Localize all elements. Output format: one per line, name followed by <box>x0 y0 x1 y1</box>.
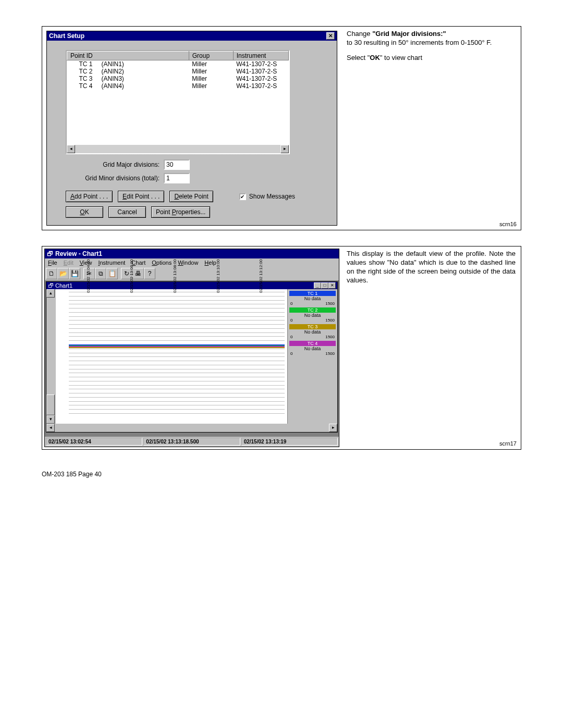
chart-window-title: Chart1 <box>55 282 72 289</box>
hscroll-left-icon[interactable]: ◂ <box>46 424 55 432</box>
legend-scale: 01500 <box>289 318 336 323</box>
legend-header[interactable]: TC 4 <box>289 341 336 346</box>
delete-point-button[interactable]: Delete Point <box>169 191 213 202</box>
screenshot-review: 🗗 Review - Chart1 File Edit View Instrum… <box>42 246 341 449</box>
menu-instrument[interactable]: Instrument <box>98 260 125 266</box>
side1-line2: to 30 resulting in 50° increments from 0… <box>347 39 516 47</box>
button-row-2: OK Cancel Point Properties... <box>66 206 322 218</box>
add-point-button[interactable]: Add Point . . . <box>66 191 113 202</box>
table-row[interactable]: TC 1(ANIN1) Miller W41-1307-2-S <box>67 60 289 68</box>
grid-major-input[interactable] <box>164 159 190 170</box>
legend-nodata: No data <box>289 313 336 318</box>
maximize-icon[interactable]: □ <box>321 282 328 289</box>
tool-print-icon[interactable]: 🖶 <box>132 268 144 279</box>
legend-nodata: No data <box>289 296 336 301</box>
status-bar: 02/15/02 13:02:54 02/15/02 13:13:18.500 … <box>45 437 339 447</box>
close-icon[interactable]: ✕ <box>328 282 336 289</box>
chart-legend: TC 1No data01500TC 2No data01500TC 3No d… <box>288 289 337 424</box>
side-text-1: Change "Grid Major divisions:" to 30 res… <box>341 27 521 230</box>
status-cell: 02/15/02 13:13:18.500 <box>143 438 240 446</box>
side2-paragraph: This display is the default view of the … <box>347 250 516 285</box>
tool-open-icon[interactable]: 📂 <box>57 268 69 279</box>
page-footer: OM-203 185 Page 40 <box>42 471 521 478</box>
hscroll-track[interactable] <box>55 424 329 432</box>
cancel-button[interactable]: Cancel <box>108 206 146 218</box>
menu-file[interactable]: File <box>48 260 57 266</box>
screenshot-id: scrn17 <box>499 440 517 447</box>
table-header: Point ID Group Instrument <box>67 52 289 60</box>
checkbox-icon: ✔ <box>239 193 246 200</box>
tool-help-icon[interactable]: ? <box>144 268 155 279</box>
block-review: 🗗 Review - Chart1 File Edit View Instrum… <box>42 246 521 450</box>
chart-plot[interactable]: 02/15/02 13:04:0002/15/02 13:06:0002/15/… <box>56 289 288 424</box>
legend-scale: 01500 <box>289 301 336 306</box>
legend-nodata: No data <box>289 329 336 335</box>
legend-scale: 01500 <box>289 335 336 339</box>
grid-minor-row: Grid Minor divisions (total): <box>81 173 322 183</box>
screenshot-chart-setup: Chart Setup ✕ Point ID Group Instrument … <box>42 27 341 230</box>
scroll-left-icon[interactable]: ◂ <box>67 145 75 153</box>
side1-line3: Select "OK" to view chart <box>347 54 516 63</box>
legend-nodata: No data <box>289 346 336 351</box>
col-group[interactable]: Group <box>189 52 233 60</box>
hscroll-right-icon[interactable]: ▸ <box>329 424 337 432</box>
chart-setup-dialog: Chart Setup ✕ Point ID Group Instrument … <box>46 31 337 226</box>
grid-minor-input[interactable] <box>164 173 190 183</box>
point-table: Point ID Group Instrument TC 1(ANIN1) Mi… <box>67 51 289 90</box>
dialog-title: Chart Setup <box>49 32 84 40</box>
ok-button[interactable]: OK <box>66 206 103 218</box>
col-instrument[interactable]: Instrument <box>233 52 288 60</box>
grid-major-label: Grid Major divisions: <box>81 161 160 168</box>
grid-minor-label: Grid Minor divisions (total): <box>81 175 160 182</box>
plot-grid: 02/15/02 13:04:0002/15/02 13:06:0002/15/… <box>69 292 285 413</box>
minimize-icon[interactable]: _ <box>314 282 321 289</box>
tool-paste-icon[interactable]: 📋 <box>106 268 118 279</box>
edit-point-button[interactable]: Edit Point . . . <box>118 191 164 202</box>
menu-help[interactable]: Help <box>204 260 216 266</box>
tool-save-icon[interactable]: 💾 <box>69 268 80 279</box>
menu-edit[interactable]: Edit <box>64 260 74 266</box>
dialog-body: Point ID Group Instrument TC 1(ANIN1) Mi… <box>47 41 337 225</box>
vscroll-down-icon[interactable]: ▾ <box>46 415 55 424</box>
close-icon[interactable]: ✕ <box>326 32 335 40</box>
button-row-1: Add Point . . . Edit Point . . . Delete … <box>66 191 322 202</box>
table-row[interactable]: TC 3(ANIN3) Miller W41-1307-2-S <box>67 75 289 82</box>
show-messages-label: Show Messages <box>249 193 295 200</box>
table-row[interactable]: TC 2(ANIN2) Miller W41-1307-2-S <box>67 68 289 75</box>
status-cell: 02/15/02 13:02:54 <box>46 438 142 446</box>
grid-major-row: Grid Major divisions: <box>81 159 322 170</box>
tool-new-icon[interactable]: 🗋 <box>46 268 57 279</box>
app-icon: 🗗 <box>47 250 53 257</box>
menu-options[interactable]: Options <box>152 260 172 266</box>
chart-window: 🗗 Chart1 _ □ ✕ ▴ ▾ <box>46 281 338 433</box>
side1-line1: Change "Grid Major divisions:" <box>347 30 516 39</box>
review-titlebar: 🗗 Review - Chart1 <box>45 249 339 258</box>
col-pointid[interactable]: Point ID <box>67 52 189 60</box>
menu-window[interactable]: Window <box>178 260 198 266</box>
legend-header[interactable]: TC 1 <box>289 291 336 296</box>
vscroll-track[interactable] <box>46 298 56 394</box>
legend-header[interactable]: TC 2 <box>289 307 336 313</box>
tool-copy-icon[interactable]: ⧉ <box>95 268 106 279</box>
dialog-titlebar: Chart Setup ✕ <box>47 31 337 41</box>
side-text-2: This display is the default view of the … <box>341 246 521 449</box>
table-row[interactable]: TC 4(ANIN4) Miller W41-1307-2-S <box>67 82 289 90</box>
chart-window-icon: 🗗 <box>48 282 54 289</box>
scroll-right-icon[interactable]: ▸ <box>280 145 289 153</box>
review-window: 🗗 Review - Chart1 File Edit View Instrum… <box>44 249 339 447</box>
block-chart-setup: Chart Setup ✕ Point ID Group Instrument … <box>42 26 521 230</box>
scroll-track[interactable] <box>75 145 280 153</box>
legend-scale: 01500 <box>289 351 336 356</box>
point-properties-button[interactable]: Point Properties... <box>151 206 210 218</box>
screenshot-id: scrn16 <box>499 220 517 228</box>
mdi-client: 🗗 Chart1 _ □ ✕ ▴ ▾ <box>45 280 339 437</box>
show-messages-checkbox[interactable]: ✔ Show Messages <box>239 193 295 200</box>
review-title: Review - Chart1 <box>55 250 102 257</box>
chart-body: ▴ ▾ 02/15/02 13:04:0002/15/02 13:06:0002… <box>46 289 337 424</box>
legend-header[interactable]: TC 3 <box>289 324 336 329</box>
vscroll-thumb[interactable] <box>46 394 55 415</box>
status-cell: 02/15/02 13:13:19 <box>241 438 338 446</box>
vscroll-up-icon[interactable]: ▴ <box>46 289 55 298</box>
hscrollbar[interactable]: ◂ ▸ <box>67 145 289 153</box>
point-list[interactable]: Point ID Group Instrument TC 1(ANIN1) Mi… <box>66 50 290 154</box>
